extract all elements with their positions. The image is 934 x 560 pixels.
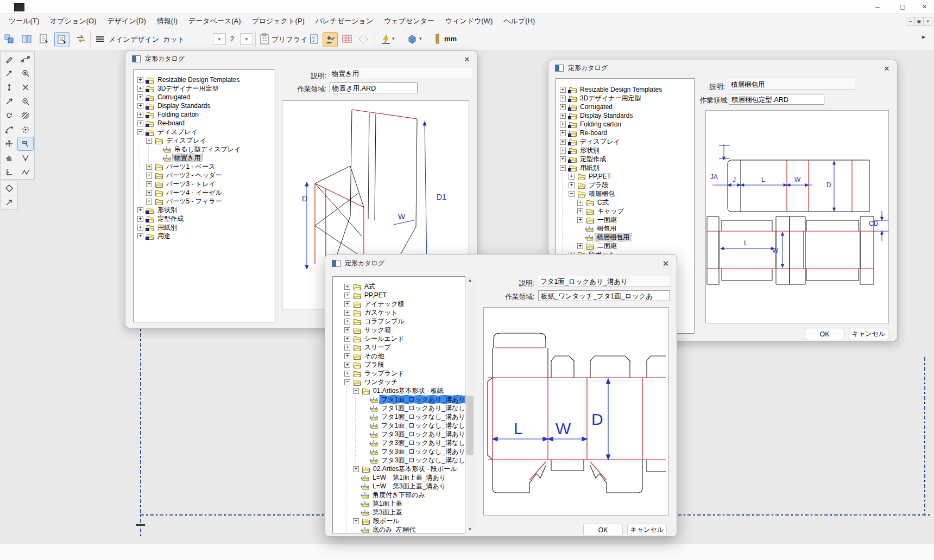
tree-item[interactable]: フタ1面_ロックなし_溝あり [343, 412, 465, 421]
tree-expander-icon[interactable]: + [344, 319, 350, 324]
cut-label[interactable]: カット [163, 35, 185, 44]
tree-item[interactable]: 底のみ_左糊代 [343, 525, 465, 533]
tree-item[interactable]: +C式 [558, 198, 694, 207]
tree-item[interactable]: +サック箱 [343, 326, 465, 334]
tree-expander-icon[interactable]: + [353, 518, 359, 524]
tree-item[interactable]: +一面継 [558, 215, 694, 224]
menu-webcenter[interactable]: ウェブセンター [378, 15, 440, 28]
swap-arrows-icon[interactable] [74, 32, 88, 46]
tree-item[interactable]: +Resizable Design Templates [136, 75, 275, 84]
left-dialog-titlebar[interactable]: 定形カタログ [125, 51, 477, 66]
corner-tool-icon[interactable] [1, 165, 17, 179]
tree-item[interactable]: +Re-board [558, 129, 694, 137]
tree-expander-icon[interactable]: + [577, 200, 583, 206]
tree-item[interactable]: −ワンタッチ [343, 378, 465, 386]
scroll-down-icon[interactable]: ▼ [466, 525, 474, 533]
mdi-close-button[interactable]: ✕ [923, 17, 932, 26]
tree-item[interactable]: 角度付き下部のみ [343, 491, 465, 499]
tree-expander-icon[interactable]: + [560, 156, 566, 162]
tree-item[interactable]: 第3面上蓋 [343, 508, 465, 517]
pan-hand-tool-icon[interactable] [1, 151, 17, 165]
arrow-tool-icon[interactable] [1, 94, 17, 109]
tree-expander-icon[interactable]: + [577, 243, 583, 249]
right-ok-button[interactable]: OK [805, 328, 844, 340]
tree-expander-icon[interactable]: + [353, 466, 359, 472]
user-check-icon[interactable] [323, 32, 338, 47]
right-area-input[interactable]: 積層梱包定型.ARD [729, 94, 824, 105]
tree-item[interactable]: フタ3面_ロックなし_溝なし [343, 456, 465, 464]
menu-tools[interactable]: ツール(T) [3, 15, 45, 28]
tree-expander-icon[interactable]: + [146, 190, 152, 196]
tree-item[interactable]: +ラップランド [343, 369, 465, 378]
zoom-out-tool-icon[interactable] [17, 94, 34, 109]
tree-item[interactable]: フタ3面_ロックなし_溝あり [343, 447, 465, 456]
hammer-tool-icon[interactable] [17, 137, 34, 151]
tree-expander-icon[interactable]: + [560, 113, 566, 119]
tree-expander-icon[interactable]: + [344, 301, 350, 307]
tree-item[interactable]: +ガスケット [343, 308, 465, 317]
tree-expander-icon[interactable]: + [577, 208, 583, 214]
tree-expander-icon[interactable]: + [344, 336, 350, 342]
tree-item[interactable]: 吊るし型ディスプレイ [136, 145, 275, 154]
menu-palletization[interactable]: パレチゼーション [310, 15, 378, 28]
right-desc-field[interactable]: 積層梱包用 [729, 79, 855, 90]
tree-expander-icon[interactable]: + [137, 77, 143, 83]
tree-item[interactable]: L=W 第1面上蓋_溝あり [343, 473, 465, 482]
tree-item[interactable]: +PP,PET [558, 172, 694, 181]
tree-expander-icon[interactable]: + [577, 217, 583, 223]
window-minimize-button[interactable]: ─ [865, 0, 890, 14]
tree-expander-icon[interactable]: + [569, 182, 575, 188]
pencil-tool-icon[interactable] [1, 52, 17, 66]
tree-expander-icon[interactable]: + [344, 371, 350, 377]
tree-item[interactable]: +シールエンド [343, 334, 465, 343]
ruler-icon[interactable] [430, 32, 444, 46]
tree-expander-icon[interactable]: + [344, 292, 350, 298]
paste-icon[interactable] [2, 32, 16, 46]
cross-move-tool-icon[interactable] [1, 137, 17, 151]
bezier-tool-icon[interactable] [17, 52, 34, 66]
tree-item[interactable]: +Display Standards [136, 101, 275, 110]
tree-item[interactable]: +用紙別 [136, 223, 275, 232]
tree-item[interactable]: +定型作成 [136, 214, 275, 223]
center-ok-button[interactable]: OK [583, 524, 623, 536]
tree-item[interactable]: +パーツ1 - ベース [136, 162, 275, 171]
tree-item[interactable]: +形状別 [136, 206, 275, 214]
tree-expander-icon[interactable]: + [146, 164, 152, 170]
tree-expander-icon[interactable]: + [560, 139, 566, 145]
tree-expander-icon[interactable]: + [137, 225, 143, 231]
tree-item[interactable]: −用紙別 [558, 163, 694, 172]
tree-item[interactable]: +A式 [343, 282, 465, 291]
tree-item[interactable]: フタ3面_ロックあり_溝なし [343, 438, 465, 447]
scale-dropdown[interactable]: ▾ [240, 33, 253, 45]
tree-item[interactable]: 第1面上蓋 [343, 499, 465, 508]
tree-item[interactable]: L=W 第3面上蓋_溝あり [343, 482, 465, 491]
tree-item[interactable]: +プラ段 [343, 360, 465, 369]
window-close-button[interactable]: ✕ [915, 0, 934, 14]
tree-item[interactable]: +Re-board [136, 119, 275, 128]
tree-expander-icon[interactable]: + [146, 173, 152, 179]
tree-item[interactable]: +02.Artios基本形状 - 段ボール [343, 464, 465, 473]
tree-expander-icon[interactable]: + [137, 86, 143, 92]
left-area-input[interactable]: 物置き用.ARD [330, 82, 418, 93]
preflight-icon[interactable] [257, 32, 272, 46]
tree-expander-icon[interactable]: + [137, 120, 143, 126]
menu-design[interactable]: デザイン(D) [102, 15, 152, 28]
tree-expander-icon[interactable]: + [560, 96, 566, 101]
tree-expander-icon[interactable]: + [137, 103, 143, 109]
tree-expander-icon[interactable]: + [137, 94, 143, 100]
tree-item[interactable]: +キャップ [558, 207, 694, 215]
scroll-up-icon[interactable]: ▲ [466, 276, 474, 284]
tree-expander-icon[interactable]: + [560, 122, 566, 128]
diamond-select-icon[interactable] [356, 32, 370, 46]
tree-expander-icon[interactable]: + [137, 207, 143, 213]
center-desc-field[interactable]: フタ1面_ロックあり_溝あり [538, 276, 670, 287]
menu-information[interactable]: 情報(I) [152, 15, 183, 28]
center-tree-scrollbar[interactable]: ▲ ▼ [465, 276, 475, 533]
tree-expander-icon[interactable]: + [560, 104, 566, 110]
tree-expander-icon[interactable]: + [560, 148, 566, 154]
left-catalog-tree[interactable]: +Resizable Design Templates+3Dデザイナー用定型+C… [133, 69, 275, 322]
center-cancel-button[interactable]: キャンセル [627, 524, 667, 536]
tree-item[interactable]: +形状別 [558, 146, 694, 155]
tree-expander-icon[interactable]: + [344, 353, 350, 359]
circle-tool-icon[interactable] [17, 123, 34, 137]
